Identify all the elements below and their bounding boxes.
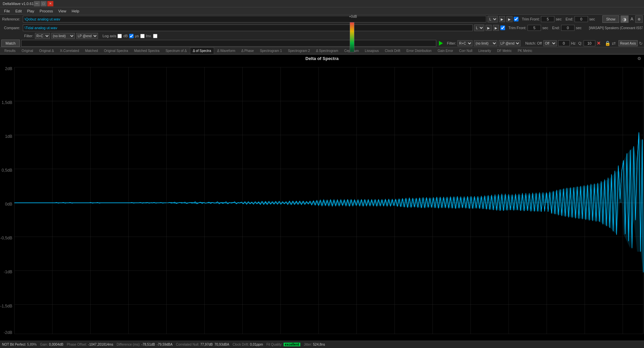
tab-linearity[interactable]: Linearity: [476, 47, 494, 54]
trim-front-label2: Trim Front:: [508, 26, 526, 30]
reference-channel-select[interactable]: LR: [488, 16, 498, 22]
reset-axis-button[interactable]: Reset Axis: [618, 40, 638, 46]
reference-input[interactable]: [23, 16, 486, 22]
compare-checkbox[interactable]: [500, 25, 505, 30]
device-label: [WASAPI] Speakers (Conexant ISST Audio): [589, 26, 643, 30]
filter1-limit-select[interactable]: (no limit): [51, 33, 75, 39]
notch-hz-input[interactable]: [558, 40, 570, 46]
compare-channel-select[interactable]: LR: [474, 24, 484, 31]
tab-error-distribution[interactable]: Error Distribution: [403, 47, 435, 54]
menu-help[interactable]: Help: [69, 8, 82, 14]
q-input[interactable]: [584, 40, 595, 46]
tab-x-correlated[interactable]: X-Correlated: [57, 47, 82, 54]
match-button[interactable]: Match: [1, 40, 20, 47]
menu-play[interactable]: Play: [24, 8, 37, 14]
filter2-type-select[interactable]: R+C: [457, 40, 473, 46]
theme-toggle-button[interactable]: ◑: [621, 15, 629, 23]
play-button[interactable]: [438, 40, 444, 46]
minimize-button[interactable]: ─: [34, 1, 40, 6]
svg-text:0,5dB: 0,5dB: [2, 168, 12, 173]
tab-delta-of-spectra[interactable]: Δ of Spectra: [190, 47, 214, 54]
trim-front-input1[interactable]: [541, 16, 554, 22]
dba-value: -79,59dBA: [157, 343, 172, 346]
filter1-type-select[interactable]: R+C: [35, 33, 50, 39]
bit-perfect-value: NOT Bit Perfect: [2, 343, 26, 346]
tab-gain-error[interactable]: Gain Error: [435, 47, 456, 54]
tab-spectrogram2[interactable]: Spectrogram 2: [285, 47, 313, 54]
corr-null-label: Correlated Null:: [176, 343, 199, 346]
filter2-lp-select[interactable]: LP @end: [499, 40, 521, 46]
svg-text:1dB: 1dB: [5, 134, 12, 139]
tab-delta-waveform[interactable]: Δ Waveform: [214, 47, 238, 54]
refresh-icon[interactable]: ↻: [639, 41, 643, 46]
svg-text:2dB: 2dB: [5, 66, 12, 71]
end-label2: End:: [552, 26, 560, 30]
corr-null-value: 77,97dB: [200, 343, 213, 346]
a-label: A: [631, 17, 633, 21]
clock-drift-label: Clock Drift:: [233, 343, 249, 346]
hz-label: Hz: [571, 41, 576, 45]
main-layout: Reference: LR ▶ ▶ Trim Front: sec End: s…: [0, 15, 644, 348]
filter-row-2: Match Filter: R+C (no limit) LP @end Not…: [0, 40, 644, 47]
volume-slider[interactable]: [350, 22, 354, 52]
tab-pk-metric[interactable]: PK Metric: [515, 47, 535, 54]
db-checkbox[interactable]: [129, 34, 134, 38]
inv-checkbox[interactable]: [153, 34, 157, 38]
tab-lissajous[interactable]: Lissajous: [362, 47, 382, 54]
tab-clock-drift[interactable]: Clock Drift: [382, 47, 403, 54]
trim-front-unit2: sec: [542, 26, 551, 30]
menu-view[interactable]: View: [56, 8, 69, 14]
tab-matched[interactable]: Matched: [82, 47, 101, 54]
match-input[interactable]: [21, 40, 436, 47]
menu-file[interactable]: File: [1, 8, 13, 14]
close-button[interactable]: ✕: [47, 1, 53, 6]
svg-text:1,5dB: 1,5dB: [2, 100, 12, 105]
svg-text:0dB: 0dB: [5, 202, 12, 207]
trim-front-input2[interactable]: [528, 25, 541, 31]
reference-row: Reference: LR ▶ ▶ Trim Front: sec End: s…: [0, 15, 644, 23]
sync-icon[interactable]: ⇄: [612, 41, 616, 46]
controls-area: Reference: LR ▶ ▶ Trim Front: sec End: s…: [0, 15, 644, 47]
tab-original-spectra[interactable]: Original Spectra: [101, 47, 131, 54]
lock-icon[interactable]: 🔒: [605, 41, 610, 46]
reference-checkbox[interactable]: [514, 17, 518, 21]
filter1-label: Filter:: [24, 34, 34, 38]
notch-select[interactable]: Off: [543, 40, 557, 46]
settings-button[interactable]: ⚙: [635, 15, 643, 23]
tab-corr-null[interactable]: Corr Null: [456, 47, 475, 54]
content-area: Results Original Original Δ X-Correlated…: [0, 47, 644, 348]
reference-play-button[interactable]: ▶: [506, 16, 512, 22]
tab-matched-spectra[interactable]: Matched Spectra: [131, 47, 163, 54]
chart-settings-icon[interactable]: ⚙: [637, 56, 641, 61]
compare-browse-button[interactable]: ▶: [486, 25, 492, 31]
notch-clear-button[interactable]: ✕: [597, 41, 601, 46]
tab-spectrogram1[interactable]: Spectrogram 1: [257, 47, 285, 54]
svg-text:-1dB: -1dB: [4, 270, 12, 274]
filter2-limit-select[interactable]: (no limit): [474, 40, 497, 46]
tab-original-delta[interactable]: Original Δ: [36, 47, 57, 54]
us-checkbox[interactable]: [140, 34, 145, 38]
db-label: dB: [123, 34, 128, 38]
tab-original[interactable]: Original: [18, 47, 36, 54]
show-button[interactable]: Show: [602, 15, 619, 23]
tab-delta-spectrogram[interactable]: Δ Spectrogram: [313, 47, 341, 54]
fit-quality-label: Fit Quality:: [266, 343, 283, 346]
jitter-label: Jitter:: [304, 343, 312, 346]
tab-spectrum-of-delta[interactable]: Spectrum of Δ: [162, 47, 190, 54]
tab-delta-phase[interactable]: Δ Phase: [238, 47, 257, 54]
log-axis-checkbox[interactable]: [117, 34, 122, 38]
tab-df-metric[interactable]: DF Metric: [494, 47, 514, 54]
tab-results[interactable]: Results: [1, 47, 18, 54]
compare-play-button[interactable]: ▶: [493, 25, 499, 31]
end-input1[interactable]: [575, 16, 588, 22]
end-input2[interactable]: [561, 25, 575, 31]
reference-browse-button[interactable]: ▶: [499, 16, 505, 22]
difference-value: -78,51dB: [141, 343, 155, 346]
filter1-lp-select[interactable]: LP @end: [76, 33, 98, 39]
menu-process[interactable]: Process: [37, 8, 56, 14]
compare-input[interactable]: [23, 24, 473, 31]
gain-value: 0,0004dB: [49, 343, 63, 346]
svg-text:-0,5dB: -0,5dB: [0, 236, 12, 240]
menu-edit[interactable]: Edit: [13, 8, 24, 14]
maximize-button[interactable]: □: [41, 1, 47, 6]
